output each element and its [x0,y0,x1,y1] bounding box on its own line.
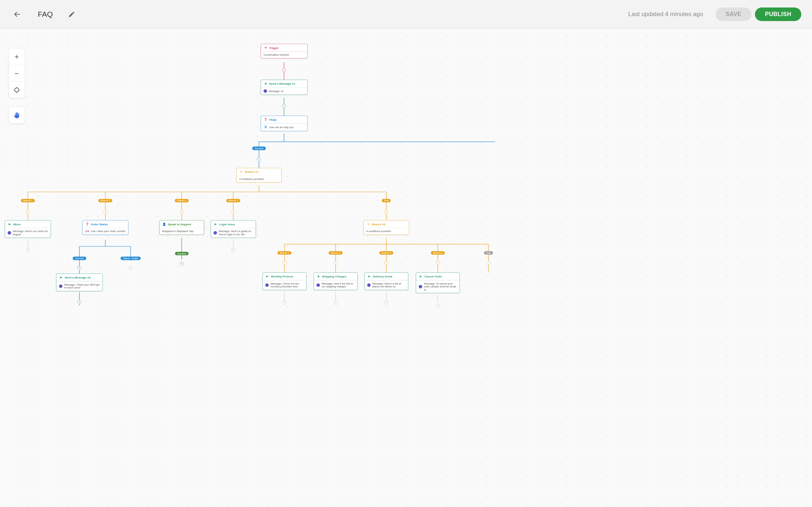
crosshair-icon [13,86,20,94]
add-node-button[interactable] [103,210,107,214]
save-button[interactable]: SAVE [716,7,751,21]
add-node-button[interactable] [436,303,440,307]
label-failure-invalid: Failure: Invalid [121,257,141,260]
message-icon [264,89,267,93]
question-icon: ❓ [85,222,89,226]
add-node-button[interactable] [77,266,81,270]
message-icon [59,285,62,288]
message-icon [7,231,11,235]
minus-icon [14,70,20,77]
label-branch-4: Branch 4 [226,199,240,202]
add-node-button[interactable] [26,248,30,252]
node-shipping-charges[interactable]: ➤Shipping Charges Message: Here's the li… [314,272,357,290]
branch-icon: ⑂ [239,170,243,174]
canvas[interactable]: ✦Trigger Conversation Opened ➤Send a Mes… [0,29,812,507]
label-branch-3: Branch 3 [379,251,393,255]
node-branch-1[interactable]: ⑂Branch #1 4 conditions provided [236,168,281,182]
label-success: Success [252,147,266,150]
message-icon [367,283,371,287]
node-order-status[interactable]: ❓Order Status 123Can i have your order n… [82,220,128,235]
add-node-button[interactable] [283,261,286,265]
send-icon: ➤ [7,222,11,226]
arrow-left-icon [13,10,21,19]
header: FAQ Last updated 4 minutes ago SAVE PUBL… [0,0,812,29]
sparkle-icon: ✦ [264,46,268,50]
label-success: Success [73,257,86,260]
label-branch-2: Branch 2 [98,199,112,202]
node-faqs[interactable]: ❓FAQs ≣how can we help you [261,116,308,131]
message-icon [419,285,422,288]
page-title: FAQ [38,10,53,19]
send-icon: ➤ [59,276,63,280]
add-node-button[interactable] [334,261,338,265]
list-icon: ≣ [264,125,268,129]
pencil-icon [68,11,75,18]
add-node-button[interactable] [257,157,261,161]
send-icon: ➤ [213,222,217,226]
add-node-button[interactable] [231,248,235,252]
add-node-button[interactable] [384,210,388,214]
add-node-button[interactable] [384,301,388,305]
hand-icon [13,112,20,119]
number-icon: 123 [85,230,89,232]
label-branch-3: Branch 3 [175,199,189,202]
add-node-button[interactable] [384,261,388,265]
node-login-issue[interactable]: ➤Login Issue Message: Here's a guide on … [210,220,256,238]
node-trigger[interactable]: ✦Trigger Conversation Opened [261,44,308,59]
add-node-button[interactable] [283,301,286,305]
last-updated: Last updated 4 minutes ago [628,11,703,18]
send-icon: ➤ [265,275,269,278]
add-node-button[interactable] [436,261,440,265]
label-else: Else [382,199,391,202]
add-node-button[interactable] [487,261,491,265]
label-branch-1: Branch 1 [21,199,35,202]
add-node-button[interactable] [129,266,133,270]
node-monthly-promos[interactable]: ➤Monthly Promos Message: Check out out m… [263,272,306,290]
node-speak-to-support[interactable]: 👤Speak to Support Assigned to Stephanie … [159,220,204,235]
plus-icon [14,54,20,60]
add-node-button[interactable] [282,68,286,72]
node-menu[interactable]: ➤Menu Message: Here's our menu for Augus… [5,220,51,238]
question-icon: ❓ [264,117,268,121]
node-send-message-3[interactable]: ➤Send a Message #3 Message: Thank you! W… [56,273,103,291]
send-icon: ➤ [316,275,320,278]
add-node-button[interactable] [282,104,286,108]
send-icon: ➤ [367,275,371,278]
zoom-controls [9,49,25,98]
edit-title-button[interactable] [65,8,78,21]
zoom-in-button[interactable] [9,49,25,65]
add-node-button[interactable] [334,301,338,305]
node-send-message-1[interactable]: ➤Send a Message #1 Message: Hi [261,80,308,95]
node-delivery-areas[interactable]: ➤Delivery Areas Message: Here's a list o… [364,272,408,290]
svg-point-0 [15,88,19,92]
label-branch-4: Branch 4 [431,251,445,255]
message-icon [316,283,320,287]
label-branch-2: Branch 2 [329,251,342,255]
add-node-button[interactable] [180,210,184,214]
back-button[interactable] [11,8,24,21]
node-cancel-order[interactable]: ➤Cancel Order Message: To cancel your or… [416,272,460,293]
branch-icon: ⑂ [366,222,370,226]
node-branch-2[interactable]: ⑂Branch #2 4 conditions provided [364,220,409,235]
label-branch-1: Branch 1 [278,251,291,255]
add-node-button[interactable] [26,210,30,214]
send-icon: ➤ [264,82,268,86]
user-icon: 👤 [162,222,166,226]
recenter-button[interactable] [9,81,25,98]
message-icon [213,231,217,235]
pan-tool[interactable] [9,107,25,124]
send-icon: ➤ [419,275,423,278]
add-node-button[interactable] [180,262,184,266]
add-node-button[interactable] [231,210,235,214]
publish-button[interactable]: PUBLISH [755,7,801,21]
zoom-out-button[interactable] [9,65,25,81]
label-else: Else [484,251,493,255]
label-success: Success [175,252,189,255]
message-icon [265,283,269,287]
add-node-button[interactable] [77,300,81,304]
